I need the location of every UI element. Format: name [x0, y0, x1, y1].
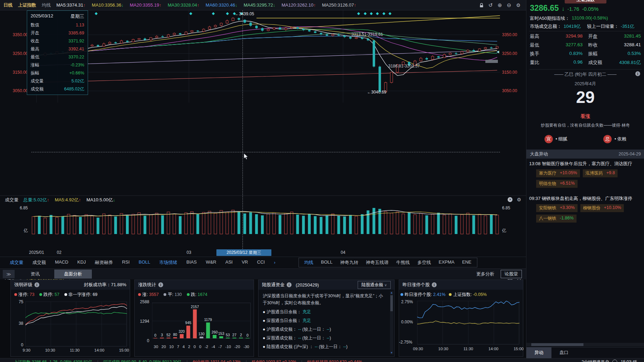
calendar-day: 29 — [526, 88, 644, 107]
sidebar-tab-异动[interactable]: 异动 — [526, 347, 551, 358]
index-ticker-segment[interactable]: 上证指数 3286.65 -1.76 -0.05% 4308.81亿 — [14, 359, 92, 362]
stock-chip[interactable]: 明德生物+6.51% — [536, 180, 578, 188]
updown-xtick: 20 — [161, 345, 166, 349]
yesterday-line-chart[interactable] — [417, 301, 519, 345]
legend-dot-icon — [64, 293, 67, 296]
panel-settings-icon[interactable]: ⚙ — [517, 197, 521, 202]
collapse-icon[interactable]: ≫ — [3, 270, 15, 278]
updown-title: 涨跌统计 — [138, 282, 156, 288]
news-item[interactable]: 09:37 钢铁板块盘初走高，柳钢股份、广东明珠涨停安阳钢铁+3.30%柳钢股份… — [529, 195, 644, 223]
scroll-up-icon[interactable]: ▲ — [390, 291, 393, 294]
info-icon[interactable]: i — [635, 71, 640, 76]
volume-title[interactable]: 成交量 — [5, 197, 18, 203]
indicator-tab-BIAS[interactable]: BIAS — [186, 259, 197, 266]
scroll-down-icon[interactable]: ▼ — [390, 351, 393, 354]
sidebar-index-title[interactable]: 上证指数 — [565, 0, 606, 3]
rating-chart[interactable] — [25, 301, 127, 347]
overlay-tab-BOLL[interactable]: BOLL — [321, 259, 333, 266]
chip-row: 安阳钢铁+3.30%柳钢股份+10.10% — [529, 204, 644, 212]
legend-item: 平: 130 — [164, 292, 182, 298]
index-ticker-segment[interactable]: 恒生科技指 5010.670 +0.44% — [307, 359, 362, 362]
hkconnect-label: 沪股通成交额： — [267, 327, 298, 332]
legend-item: 上证指数: -0.05% — [449, 292, 487, 298]
open-account-link[interactable]: 2分钟极速开户 — [582, 359, 609, 362]
info-icon[interactable]: i — [34, 282, 39, 287]
do-text: • 细腻 — [556, 136, 567, 142]
indicator-tab-MACD[interactable]: MACD — [55, 259, 68, 266]
overlay-tab-牛熊线[interactable]: 牛熊线 — [396, 259, 410, 266]
indicator-tab-成交量[interactable]: 成交量 — [10, 259, 23, 266]
more-indicators-arrow[interactable]: › — [274, 260, 275, 265]
stock-chip[interactable]: 柳钢股份+10.10% — [580, 204, 624, 212]
market-movement-header: 大盘异动 2025-04-29 — [526, 150, 644, 159]
overlay-tab-神奇九转[interactable]: 神奇九转 — [340, 259, 358, 266]
close-panel-icon[interactable]: ✕ — [508, 197, 512, 202]
ma-group-label[interactable]: 均线 — [42, 2, 51, 8]
bullet-dot: ● — [263, 327, 267, 332]
updown-bar-chart[interactable]: 03528032094521571301179260153532720 — [152, 299, 251, 343]
tooltip-value: 3371.92 — [69, 37, 84, 45]
news-item[interactable]: 13:08 智能医疗板块午后拉升，塞力医疗、润达医疗塞力医疗+10.05%泓博医… — [529, 161, 644, 188]
indicator-tab-CCI[interactable]: CCI — [257, 259, 265, 266]
stock-chip[interactable]: 泓博医药+9.8 — [583, 169, 618, 177]
crosshair-date-label: 2025/03/12 星期三 — [216, 249, 271, 256]
panel-tab-资讯[interactable]: 资讯 — [21, 270, 49, 279]
zoom-out-icon[interactable]: ⊖ — [507, 2, 511, 8]
scrollbar[interactable]: ▲ ▼ — [390, 291, 393, 354]
legend-value: 3557 — [149, 292, 159, 297]
trend-arrow-icon: ↑ — [313, 2, 316, 8]
indicator-tab-W&R[interactable]: W&R — [206, 259, 216, 266]
stock-chip[interactable]: 塞力医疗+10.05% — [536, 169, 580, 177]
balance-dropdown[interactable]: 陆股通余额 ∨ — [358, 281, 391, 289]
more-analysis-link[interactable]: 更多分析 — [476, 271, 494, 277]
volume-stat-label: MA10:5.00亿↓ — [87, 197, 115, 203]
overlay-tab-ENE[interactable]: ENE — [462, 259, 471, 266]
volume-chart[interactable] — [31, 204, 500, 235]
trend-arrow-icon: ↑ — [79, 197, 81, 202]
lock-icon[interactable] — [479, 3, 484, 8]
indicator-tab-ASI[interactable]: ASI — [225, 259, 233, 266]
overlay-tab-EXPMA[interactable]: EXPMA — [439, 259, 455, 266]
horizontal-scrollbar[interactable] — [526, 343, 644, 346]
index-ticker-segment[interactable]: 深证成指 9840.90 -5.40 -0.05% 5012.30亿 — [103, 359, 182, 362]
zoom-in-icon[interactable]: ⊕ — [498, 2, 502, 8]
indicator-tab-RSI[interactable]: RSI — [122, 259, 130, 266]
scroll-thumb[interactable] — [390, 295, 393, 311]
price-axis-label: 3250.00 — [502, 51, 517, 56]
indicator-tab-融资融券[interactable]: 融资融券 — [95, 259, 113, 266]
tab-symbol[interactable]: 上证指数 — [18, 2, 36, 8]
index-ticker-segment[interactable]: 创业板指 1921.04 +0.13% — [192, 359, 241, 362]
updown-xtick: 0 — [193, 345, 196, 349]
main-candlestick-chart[interactable] — [31, 10, 500, 103]
rating-xtick: 15:00 — [119, 348, 129, 352]
indicator-tab-VR[interactable]: VR — [242, 259, 248, 266]
indicator-tab-市场情绪[interactable]: 市场情绪 — [159, 259, 177, 266]
undo-icon[interactable]: ↺ — [488, 2, 493, 8]
info-icon[interactable]: i — [432, 282, 437, 287]
indicator-tab-KDJ[interactable]: KDJ — [77, 259, 86, 266]
overlay-tab-均线[interactable]: 均线 — [304, 259, 313, 266]
panel-tab-盘面分析[interactable]: 盘面分析 — [54, 270, 92, 279]
stock-chip[interactable]: 安阳钢铁+3.30% — [536, 204, 578, 212]
rating-ytick: 38 — [9, 321, 23, 326]
stock-chip[interactable]: 八一钢铁-1.86% — [536, 215, 577, 223]
indicator-tab-成交额[interactable]: 成交额 — [32, 259, 46, 266]
info-icon[interactable]: i — [158, 282, 163, 287]
settings-icon[interactable]: ⚙ — [516, 2, 520, 8]
sidebar-tab-盘口[interactable]: 盘口 — [551, 347, 577, 358]
trend-arrow-icon: ↓ — [121, 2, 124, 8]
tab-daily[interactable]: 日线 — [3, 2, 13, 8]
tooltip-row: 最低3370.22 — [31, 53, 84, 61]
overlay-tab-多空线[interactable]: 多空线 — [418, 259, 431, 266]
legend-label: 平: — [168, 292, 174, 297]
indicator-tab-BOLL[interactable]: BOLL — [139, 259, 150, 266]
legend-label: 非一字涨停: — [69, 292, 93, 297]
index-ticker-segment[interactable]: 科创50 1003.87 +0.10% — [252, 359, 296, 362]
price-pointer-icon: ◀ — [496, 50, 499, 54]
dont-text: • 依赖 — [614, 136, 626, 142]
rating-xtick: 9:30 — [23, 348, 30, 352]
overlay-tab-神奇五线谱[interactable]: 神奇五线谱 — [366, 259, 389, 266]
forum-button[interactable]: 论股堂 — [501, 270, 522, 278]
info-icon[interactable]: i — [287, 282, 292, 287]
volume-unit: 亿 — [0, 228, 28, 234]
